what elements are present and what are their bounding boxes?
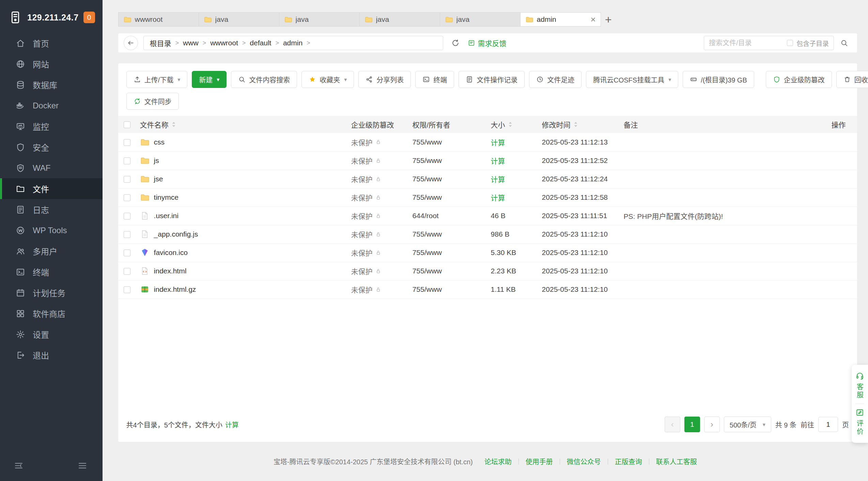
share-list-button[interactable]: 分享列表 xyxy=(358,71,411,88)
include-subdir-checkbox[interactable] xyxy=(787,40,793,46)
file-name[interactable]: jse xyxy=(154,175,163,183)
file-operation-log-button[interactable]: 文件操作记录 xyxy=(459,71,525,88)
sort-icon[interactable] xyxy=(574,122,578,127)
rate-widget[interactable]: 评价 xyxy=(855,406,865,438)
sidebar-item-database[interactable]: 数据库 xyxy=(0,74,103,95)
sidebar-item-wp-tools[interactable]: WP Tools xyxy=(0,220,103,241)
file-row[interactable]: jse 未保护 755/www 计算 2025-05-23 11:12:24 xyxy=(118,170,857,188)
next-page-button[interactable]: › xyxy=(704,417,720,432)
row-checkbox[interactable] xyxy=(124,176,130,183)
row-checkbox[interactable] xyxy=(124,139,130,146)
manual-link[interactable]: 使用手册 xyxy=(526,456,553,466)
file-name[interactable]: .user.ini xyxy=(154,212,179,220)
tamper-proof-button[interactable]: 企业级防篡改 xyxy=(766,71,832,88)
sidebar-item-logout[interactable]: 退出 xyxy=(0,345,103,365)
sidebar-item-terminal[interactable]: 终端 xyxy=(0,261,103,282)
prev-page-button[interactable]: ‹ xyxy=(665,417,680,432)
sidebar-item-home[interactable]: 首页 xyxy=(0,33,103,54)
file-name[interactable]: index.html xyxy=(154,267,187,275)
sidebar-item-logs[interactable]: 日志 xyxy=(0,199,103,220)
page-size-select[interactable]: 500条/页 ▾ xyxy=(724,417,771,432)
file-name[interactable]: css xyxy=(154,138,165,146)
file-name[interactable]: _app.config.js xyxy=(154,230,198,238)
sidebar-item-security[interactable]: 安全 xyxy=(0,137,103,157)
column-header-name[interactable]: 文件名称 xyxy=(140,119,169,130)
row-checkbox[interactable] xyxy=(124,250,130,256)
genuine-check-link[interactable]: 正版查询 xyxy=(615,456,642,466)
column-header-size[interactable]: 大小 xyxy=(491,119,505,130)
file-row[interactable]: tinymce 未保护 755/www 计算 2025-05-23 11:12:… xyxy=(118,188,857,207)
column-header-modified[interactable]: 修改时间 xyxy=(542,119,571,130)
cosfs-tool-button[interactable]: 腾讯云COSFS挂载工具▾ xyxy=(586,71,678,88)
file-row[interactable]: favicon.ico 未保护 755/www 5.30 KB 2025-05-… xyxy=(118,243,857,262)
file-name[interactable]: js xyxy=(154,156,159,165)
size-calc-link[interactable]: 计算 xyxy=(491,157,505,165)
row-checkbox[interactable] xyxy=(124,213,130,220)
collapse-sidebar-icon[interactable] xyxy=(14,461,24,471)
search-input[interactable] xyxy=(709,39,784,47)
include-subdir-label[interactable]: 包含子目录 xyxy=(796,39,829,48)
calc-size-link[interactable]: 计算 xyxy=(225,420,239,430)
file-footprint-button[interactable]: 文件足迹 xyxy=(529,71,582,88)
close-icon[interactable]: × xyxy=(590,15,595,24)
sidebar-item-sites[interactable]: 网站 xyxy=(0,54,103,74)
tab-java-3[interactable]: java xyxy=(359,12,440,27)
feedback-link[interactable]: 需求反馈 xyxy=(468,38,507,48)
server-ip[interactable]: 129.211.24.7 xyxy=(27,13,79,22)
terminal-button[interactable]: 终端 xyxy=(415,71,454,88)
upload-download-button[interactable]: 上传/下载▾ xyxy=(126,71,188,88)
row-checkbox[interactable] xyxy=(124,231,130,238)
file-name[interactable]: tinymce xyxy=(154,193,179,201)
row-checkbox[interactable] xyxy=(124,286,130,293)
sidebar-item-monitoring[interactable]: 监控 xyxy=(0,116,103,137)
select-all-checkbox[interactable] xyxy=(124,121,130,128)
refresh-button[interactable] xyxy=(449,36,462,50)
alert-count-badge[interactable]: 0 xyxy=(83,12,95,23)
breadcrumb-segment[interactable]: admin xyxy=(283,39,303,47)
size-calc-link[interactable]: 计算 xyxy=(491,194,505,202)
sidebar-item-cron[interactable]: 计划任务 xyxy=(0,282,103,303)
size-calc-link[interactable]: 计算 xyxy=(491,139,505,147)
breadcrumb-segment[interactable]: default xyxy=(250,39,271,47)
size-calc-link[interactable]: 计算 xyxy=(491,176,505,183)
sort-icon[interactable] xyxy=(508,122,512,127)
tab-admin[interactable]: admin× xyxy=(520,12,601,27)
file-name[interactable]: favicon.ico xyxy=(154,249,188,257)
sidebar-item-files[interactable]: 文件 xyxy=(0,178,103,199)
sort-icon[interactable] xyxy=(172,122,176,127)
row-checkbox[interactable] xyxy=(124,157,130,164)
breadcrumb-segment[interactable]: 根目录 xyxy=(150,38,171,48)
sidebar-item-app-store[interactable]: 软件商店 xyxy=(0,303,103,324)
wechat-link[interactable]: 微信公众号 xyxy=(567,456,601,466)
add-tab-button[interactable]: + xyxy=(601,12,616,27)
file-row[interactable]: _app.config.js 未保护 755/www 986 B 2025-05… xyxy=(118,225,857,243)
menu-toggle-icon[interactable] xyxy=(77,461,88,471)
sidebar-item-settings[interactable]: 设置 xyxy=(0,324,103,345)
favorites-button[interactable]: 收藏夹▾ xyxy=(301,71,354,88)
file-row[interactable]: .user.ini 未保护 644/root 46 B 2025-05-23 1… xyxy=(118,207,857,225)
row-checkbox[interactable] xyxy=(124,194,130,201)
create-new-button[interactable]: 新建▾ xyxy=(192,71,227,88)
sidebar-item-docker[interactable]: Docker xyxy=(0,95,103,116)
file-row[interactable]: js 未保护 755/www 计算 2025-05-23 11:12:52 xyxy=(118,151,857,170)
sidebar-item-multi-user[interactable]: 多用户 xyxy=(0,241,103,261)
disk-usage-button[interactable]: /(根目录)39 GB xyxy=(683,71,754,88)
tab-wwwroot[interactable]: wwwroot xyxy=(118,12,199,27)
tab-java-1[interactable]: java xyxy=(199,12,279,27)
file-row[interactable]: index.html.gz 未保护 755/www 1.11 KB 2025-0… xyxy=(118,280,857,299)
contact-support-link[interactable]: 联系人工客服 xyxy=(656,456,697,466)
file-sync-button[interactable]: 文件同步 xyxy=(126,93,179,110)
support-widget[interactable]: 客服 xyxy=(855,370,865,402)
tab-java-2[interactable]: java xyxy=(279,12,360,27)
content-search-button[interactable]: 文件内容搜索 xyxy=(231,71,297,88)
breadcrumb-segment[interactable]: wwwroot xyxy=(210,39,238,47)
file-row[interactable]: index.html 未保护 755/www 2.23 KB 2025-05-2… xyxy=(118,262,857,280)
file-name[interactable]: index.html.gz xyxy=(154,285,196,294)
forum-help-link[interactable]: 论坛求助 xyxy=(484,456,512,466)
file-row[interactable]: css 未保护 755/www 计算 2025-05-23 11:12:13 xyxy=(118,133,857,151)
tab-java-4[interactable]: java xyxy=(440,12,521,27)
goto-page-input[interactable] xyxy=(818,417,838,432)
back-button[interactable] xyxy=(124,36,138,50)
sidebar-item-waf[interactable]: WAF xyxy=(0,157,103,178)
row-checkbox[interactable] xyxy=(124,268,130,275)
